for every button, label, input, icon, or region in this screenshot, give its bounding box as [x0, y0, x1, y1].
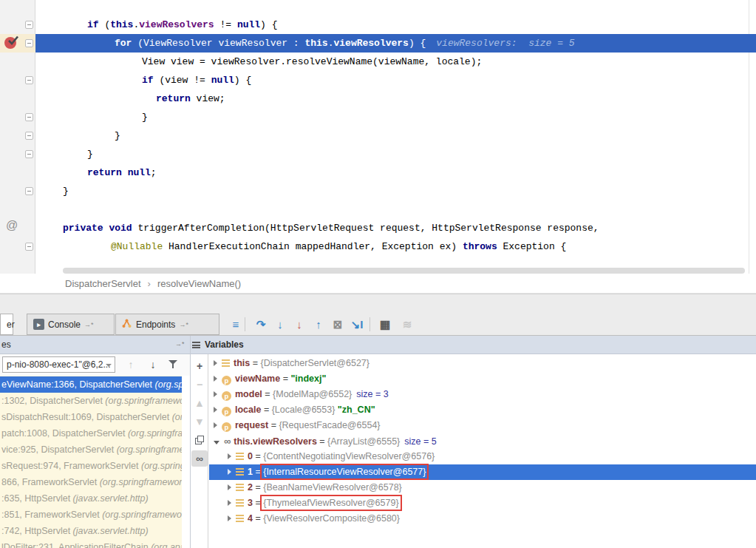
tab-options-arrow-icon[interactable]: →*	[179, 321, 188, 328]
variable-row[interactable]: plocale = {Locale@6553} "zh_CN"	[209, 402, 756, 418]
variable-row[interactable]: 0 = {ContentNegotiatingViewResolver@6576…	[209, 449, 756, 464]
add-watch-icon[interactable]: +	[191, 358, 208, 374]
variable-row[interactable]: 2 = {BeanNameViewResolver@6578}	[209, 480, 756, 495]
frames-list[interactable]: eViewName:1366, DispatcherServlet (org.s…	[0, 376, 182, 548]
chevron-right-icon[interactable]	[228, 500, 231, 506]
code-area[interactable]: if (this.viewResolvers != null) {for (Vi…	[0, 0, 756, 274]
show-execution-point-icon[interactable]: ≡	[228, 314, 244, 335]
code-token: null	[237, 19, 260, 30]
code-line[interactable]: }	[63, 182, 69, 200]
breadcrumb-item[interactable]: DispatcherServlet	[65, 278, 141, 289]
tab-console[interactable]: ▸Console→*	[27, 314, 115, 335]
code-line[interactable]: return null;	[87, 163, 157, 182]
stack-frame-row[interactable]: patch:1008, DispatcherServlet (org.sprin…	[0, 425, 182, 442]
code-line[interactable]: private void triggerAfterCompletion(Http…	[63, 219, 599, 237]
frame-location: :742, HttpServlet	[1, 526, 73, 536]
stack-frame-row[interactable]: sDispatchResult:1069, DispatcherServlet …	[0, 409, 182, 425]
code-line[interactable]: return view;	[156, 89, 225, 108]
code-editor[interactable]: @ if (this.viewResolvers != null) {for (…	[0, 0, 756, 274]
horizontal-scrollbar-thumb[interactable]	[63, 268, 745, 274]
chevron-right-icon[interactable]	[228, 515, 231, 521]
variable-value: {Locale@6553}	[272, 405, 336, 415]
variable-row[interactable]: pviewName = "indexj"	[209, 371, 756, 387]
variable-row[interactable]: 4 = {ViewResolverComposite@6580}	[209, 511, 756, 527]
stack-frame-row[interactable]: :635, HttpServlet (javax.servlet.http)	[0, 490, 182, 507]
frame-location: sDispatchResult:1069, DispatcherServlet	[1, 412, 172, 422]
run-to-cursor-icon[interactable]: ↘I	[349, 314, 365, 335]
tab-label: Console	[48, 319, 81, 330]
code-line[interactable]: if (view != null) {	[142, 71, 251, 89]
view-breakpoints-icon[interactable]: ▦	[377, 314, 393, 335]
stack-frame-row[interactable]: :1302, DispatcherServlet (org.springfram…	[0, 393, 182, 409]
frames-scrollbar-track[interactable]	[182, 376, 190, 548]
chevron-right-icon[interactable]	[214, 391, 217, 397]
thread-selector-dropdown[interactable]: p-nio-8080-exec-1"@6,2...	[2, 356, 115, 373]
code-token: (ViewResolver viewResolver :	[132, 38, 304, 49]
show-watches-icon[interactable]: ∞	[191, 450, 208, 467]
variable-row[interactable]: 1 = {InternalResourceViewResolver@6577}	[209, 464, 756, 480]
variable-row[interactable]: prequest = {RequestFacade@6554}	[209, 418, 756, 433]
chevron-right-icon[interactable]	[228, 453, 231, 459]
tab-options-arrow-icon[interactable]: →*	[84, 321, 94, 328]
frames-panel-options-arrow-icon[interactable]: →*	[175, 340, 185, 348]
code-line[interactable]: View view = viewResolver.resolveViewName…	[142, 53, 482, 71]
variables-panel[interactable]: this = {DispatcherServlet@6527}pviewName…	[209, 354, 756, 548]
variable-row[interactable]: pmodel = {ModelMap@6552}size = 3	[209, 387, 756, 402]
stack-frame-row[interactable]: eViewName:1366, DispatcherServlet (org.s…	[0, 376, 182, 393]
tab-er[interactable]: er	[0, 314, 13, 335]
parameter-icon: p	[222, 391, 231, 401]
breadcrumb-item[interactable]: resolveViewName()	[157, 278, 241, 289]
stack-frame-row[interactable]: :742, HttpServlet (javax.servlet.http)	[0, 523, 182, 539]
step-into-icon[interactable]: ↓	[272, 314, 288, 335]
toolbar-separator	[370, 317, 370, 331]
code-token: throws	[463, 241, 497, 252]
stack-frame-row[interactable]: 866, FrameworkServlet (org.springframewo…	[0, 474, 182, 490]
code-line[interactable]: }	[87, 145, 93, 163]
code-line[interactable]: @Nullable HandlerExecutionChain mappedHa…	[111, 237, 566, 256]
code-line[interactable]: for (ViewResolver viewResolver : this.vi…	[115, 34, 575, 53]
stack-frame-row[interactable]: :851, FrameworkServlet (org.springframew…	[0, 507, 182, 523]
code-token: }	[115, 130, 120, 141]
frame-down-icon[interactable]: ↓	[145, 356, 161, 373]
chevron-right-icon[interactable]	[214, 407, 217, 413]
chevron-right-icon[interactable]	[228, 484, 231, 490]
code-line[interactable]: }	[115, 126, 120, 145]
stack-frame-row[interactable]: vice:925, DispatcherServlet (org.springf…	[0, 442, 182, 458]
variable-equals: =	[268, 420, 279, 430]
frame-location: patch:1008, DispatcherServlet	[1, 428, 128, 439]
filter-icon[interactable]	[168, 360, 177, 369]
chevron-right-icon[interactable]	[214, 376, 217, 382]
chevron-right-icon[interactable]	[214, 422, 217, 428]
variable-name: 3	[248, 498, 253, 508]
variable-name: 2	[248, 482, 253, 493]
duplicate-watch-icon[interactable]	[191, 432, 208, 448]
chevron-right-icon[interactable]	[214, 360, 217, 366]
variable-equals: =	[250, 358, 260, 368]
tab-endpoints[interactable]: Endpoints→*	[115, 314, 219, 335]
chevron-down-icon[interactable]	[214, 441, 219, 444]
field-icon	[236, 468, 244, 476]
stack-frame-row[interactable]: lDoFilter:231, ApplicationFilterChain (o…	[0, 539, 182, 548]
force-step-into-icon[interactable]: ↓	[291, 314, 307, 335]
debug-panel-headers: es →* Variables	[0, 336, 756, 354]
code-line[interactable]: if (this.viewResolvers != null) {	[87, 16, 278, 34]
endpoints-icon	[122, 318, 132, 331]
code-token: this	[110, 19, 133, 30]
stack-frame-row[interactable]: sRequest:974, FrameworkServlet (org.spri…	[0, 458, 182, 474]
variable-row[interactable]: ∞this.viewResolvers = {ArrayList@6555}si…	[209, 433, 756, 449]
drop-frame-icon[interactable]: ⊠	[330, 314, 346, 335]
chevron-right-icon[interactable]	[228, 469, 231, 475]
frame-location: eViewName:1366, DispatcherServlet	[1, 379, 155, 390]
code-line[interactable]: }	[142, 108, 148, 126]
variable-row[interactable]: 3 = {ThymeleafViewResolver@6579}	[209, 495, 756, 511]
step-over-icon[interactable]: ↷	[253, 314, 269, 335]
step-out-icon[interactable]: ↑	[310, 314, 327, 335]
variables-menu-icon[interactable]	[192, 342, 200, 348]
code-token: !=	[214, 19, 237, 30]
console-icon: ▸	[33, 319, 44, 330]
variable-value: {ContentNegotiatingViewResolver@6576}	[263, 451, 435, 461]
variable-row[interactable]: this = {DispatcherServlet@6527}	[209, 356, 756, 371]
variable-equals: =	[253, 467, 263, 477]
frame-package: (org.spr	[155, 379, 182, 390]
field-icon	[236, 453, 244, 460]
